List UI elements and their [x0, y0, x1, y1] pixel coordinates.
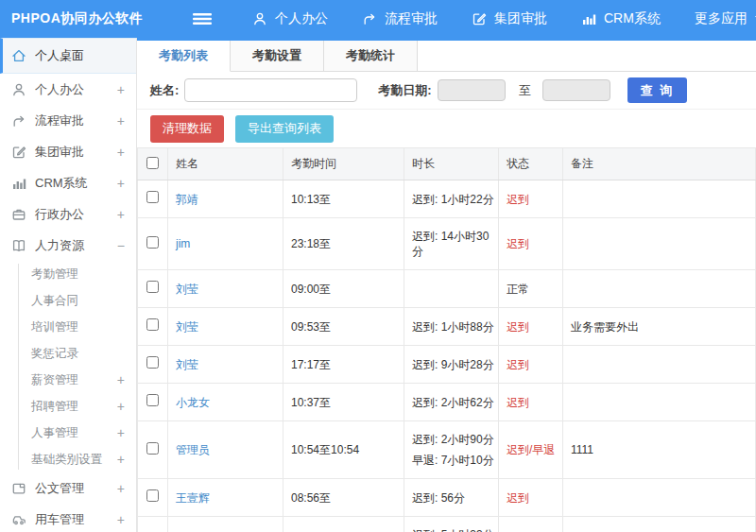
- employee-name-link[interactable]: jim: [176, 237, 190, 250]
- expand-plus-icon[interactable]: +: [117, 113, 125, 129]
- table-row: 小龙女10:37至迟到: 2小时62分迟到: [138, 384, 756, 421]
- sidebar-item-label: 个人办公: [35, 81, 84, 98]
- expand-plus-icon[interactable]: +: [117, 145, 125, 160]
- sidebar-item-7[interactable]: 公文管理+: [0, 472, 136, 504]
- sidebar-item-0[interactable]: 个人桌面: [0, 38, 136, 74]
- status-cell: 迟到: [499, 346, 563, 384]
- table-row: 刘莹17:17至迟到: 9小时28分迟到: [138, 346, 756, 384]
- status-cell: 迟到: [499, 479, 563, 517]
- employee-name-link[interactable]: 管理员: [176, 443, 210, 456]
- duration-cell: 迟到: 5小时33分早退: 4小时67分: [404, 517, 499, 532]
- export-list-button[interactable]: 导出查询列表: [235, 115, 334, 143]
- date-filter-label: 考勤日期:: [378, 82, 431, 99]
- top-nav-label: 更多应用: [695, 10, 747, 27]
- table-body: 郭靖10:13至迟到: 1小时22分迟到jim23:18至迟到: 14小时30分…: [138, 180, 756, 532]
- select-all-checkbox[interactable]: [146, 157, 159, 169]
- collapse-minus-icon[interactable]: −: [117, 238, 125, 253]
- top-nav-item-3[interactable]: CRM系统: [581, 10, 661, 27]
- top-nav-item-0[interactable]: 个人办公: [252, 10, 328, 27]
- user-icon: [252, 11, 267, 26]
- sidebar-item-6[interactable]: 人力资源−: [0, 230, 136, 261]
- sidebar-item-8[interactable]: 用车管理+: [0, 504, 136, 532]
- note-cell: [563, 479, 756, 517]
- row-checkbox[interactable]: [146, 442, 159, 455]
- name-filter-input[interactable]: [184, 78, 357, 102]
- home-icon: [11, 48, 26, 63]
- row-checkbox-cell: [138, 421, 168, 479]
- sidebar-item-label: 人力资源: [35, 237, 84, 254]
- top-nav-label: 个人办公: [275, 10, 328, 27]
- expand-plus-icon[interactable]: +: [117, 512, 125, 527]
- expand-plus-icon[interactable]: +: [117, 425, 125, 440]
- duration-cell: 迟到: 2小时90分早退: 7小时10分: [404, 421, 499, 479]
- row-checkbox[interactable]: [146, 191, 159, 203]
- menu-toggle-button[interactable]: [192, 11, 213, 26]
- sidebar-item-4[interactable]: CRM系统+: [0, 167, 136, 198]
- row-checkbox[interactable]: [146, 281, 159, 293]
- expand-plus-icon[interactable]: +: [117, 372, 125, 387]
- attendance-time-cell: 10:54至10:54: [284, 421, 404, 479]
- employee-name-link[interactable]: 王壹辉: [176, 491, 210, 505]
- employee-name-link[interactable]: 刘莹: [176, 320, 198, 334]
- date-to-input[interactable]: [542, 79, 610, 101]
- row-checkbox[interactable]: [146, 489, 159, 502]
- top-nav-item-1[interactable]: 流程审批: [362, 10, 438, 27]
- column-header-1: 考勤时间: [284, 148, 404, 180]
- sidebar-subitem-label: 人事合同: [31, 293, 78, 309]
- row-checkbox[interactable]: [146, 236, 159, 249]
- sidebar-subitem-label: 考勤管理: [31, 266, 78, 283]
- top-nav-label: CRM系统: [604, 10, 661, 27]
- name-cell: 小龙女: [168, 384, 284, 421]
- sidebar-subitem-0[interactable]: 考勤管理: [0, 261, 136, 287]
- sidebar-subitem-5[interactable]: 招聘管理+: [0, 393, 136, 420]
- expand-plus-icon[interactable]: +: [117, 207, 125, 222]
- column-header-2: 时长: [404, 148, 499, 180]
- search-button[interactable]: 查 询: [627, 77, 688, 103]
- sidebar-submenu: 考勤管理人事合同培训管理奖惩记录薪资管理+招聘管理+人事管理+基础类别设置+: [0, 261, 136, 472]
- employee-name-link[interactable]: 郭靖: [176, 193, 198, 206]
- row-checkbox[interactable]: [146, 394, 159, 406]
- note-cell: [563, 270, 756, 308]
- expand-plus-icon[interactable]: +: [117, 452, 125, 467]
- tab-bar: 考勤列表考勤设置考勤统计: [137, 41, 756, 72]
- expand-plus-icon[interactable]: +: [117, 82, 125, 97]
- expand-plus-icon[interactable]: +: [117, 399, 125, 414]
- top-nav-label: 集团审批: [494, 10, 547, 27]
- top-nav-item-2[interactable]: 集团审批: [472, 10, 547, 27]
- duration-line: 迟到: 5小时33分: [412, 527, 496, 532]
- employee-name-link[interactable]: 刘莹: [176, 283, 198, 296]
- sidebar-item-3[interactable]: 集团审批+: [0, 136, 136, 167]
- sidebar-item-5[interactable]: 行政办公+: [0, 198, 136, 230]
- row-checkbox-cell: [138, 384, 168, 421]
- sidebar-item-label: 流程审批: [35, 112, 84, 129]
- duration-cell: 迟到: 9小时28分: [404, 346, 499, 384]
- tab-2[interactable]: 考勤统计: [324, 41, 418, 72]
- sidebar-subitem-7[interactable]: 基础类别设置+: [0, 446, 136, 472]
- note-cell: 业务需要外出: [563, 308, 756, 346]
- sidebar-item-2[interactable]: 流程审批+: [0, 105, 136, 136]
- row-checkbox[interactable]: [146, 318, 159, 331]
- sidebar-subitem-6[interactable]: 人事管理+: [0, 420, 136, 446]
- attendance-time-cell: 10:37至: [284, 384, 404, 421]
- sidebar-subitem-2[interactable]: 培训管理: [0, 314, 136, 340]
- row-checkbox[interactable]: [146, 356, 159, 369]
- expand-plus-icon[interactable]: +: [117, 481, 125, 496]
- date-from-input[interactable]: [438, 79, 506, 101]
- attendance-time-cell: 09:53至: [284, 308, 404, 346]
- employee-name-link[interactable]: 小龙女: [176, 396, 210, 409]
- tab-0[interactable]: 考勤列表: [137, 41, 231, 72]
- sidebar-subitem-4[interactable]: 薪资管理+: [0, 367, 136, 393]
- sidebar-subitem-3[interactable]: 奖惩记录: [0, 340, 136, 367]
- column-header-3: 状态: [499, 148, 563, 180]
- employee-name-link[interactable]: 刘莹: [176, 358, 198, 371]
- attendance-time-cell: 09:00至: [284, 270, 404, 308]
- tab-1[interactable]: 考勤设置: [231, 41, 324, 72]
- top-nav-label: 流程审批: [385, 10, 438, 27]
- name-cell: 刘莹: [168, 270, 284, 308]
- expand-plus-icon[interactable]: +: [117, 176, 125, 191]
- sidebar-subitem-1[interactable]: 人事合同: [0, 287, 136, 314]
- sidebar-item-1[interactable]: 个人办公+: [0, 74, 136, 105]
- table-row: 刘莹09:00至正常: [138, 270, 756, 308]
- top-nav-item-4[interactable]: 更多应用: [695, 10, 756, 27]
- clean-data-button[interactable]: 清理数据: [150, 115, 224, 143]
